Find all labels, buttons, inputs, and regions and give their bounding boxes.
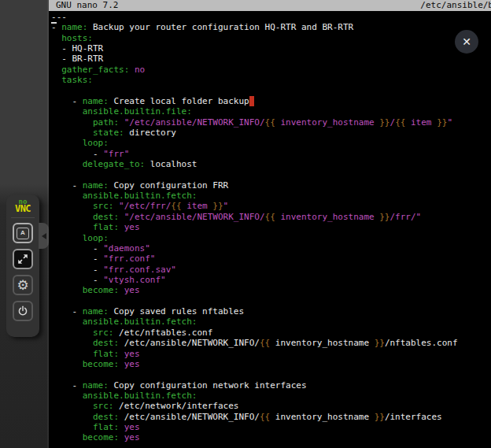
fullscreen-icon xyxy=(17,254,28,265)
code-line: - name: Copy configuration FRR xyxy=(51,180,458,191)
close-button[interactable]: ✕ xyxy=(455,30,478,54)
code-line: flat: yes xyxy=(51,349,458,359)
nano-filename-label: /etc/ansible/b xyxy=(420,0,491,11)
code-line: state: directory xyxy=(51,128,458,138)
code-line: - "frr.conf.sav" xyxy=(51,265,458,275)
terminal-window[interactable]: GNU nano 7.2 /etc/ansible/b ---- name: B… xyxy=(49,0,491,448)
code-line: ansible.builtin.fetch: xyxy=(51,191,458,201)
keyboard-button[interactable]: A xyxy=(13,223,33,243)
code-line: become: yes xyxy=(51,432,458,442)
code-line: delegate_to: localhost xyxy=(51,159,458,169)
collapse-arrow-icon xyxy=(42,233,46,239)
code-line: loop: xyxy=(51,233,458,243)
code-line: ansible.builtin.fetch: xyxy=(51,391,458,401)
settings-button[interactable]: ⚙ xyxy=(13,275,33,295)
code-line: dest: /etc/ansible/NETWORK_INFO/{{ inven… xyxy=(51,338,458,348)
power-icon xyxy=(17,305,28,317)
gear-icon: ⚙ xyxy=(17,279,28,292)
code-line: --- xyxy=(51,12,458,22)
control-bar-handle[interactable] xyxy=(39,223,49,249)
code-line: dest: /etc/ansible/NETWORK_INFO/{{ inven… xyxy=(51,412,458,422)
code-line: flat: yes xyxy=(51,222,458,232)
code-line: - "frr.conf" xyxy=(51,254,458,264)
code-line: ansible.builtin.file: xyxy=(51,106,458,117)
code-line: become: yes xyxy=(51,285,458,295)
power-button[interactable] xyxy=(13,301,33,321)
code-line: become: yes xyxy=(51,359,458,369)
code-line: ansible.builtin.fetch: xyxy=(51,317,458,327)
code-line: src: /etc/nftables.conf xyxy=(51,328,458,338)
code-line: - BR-RTR xyxy=(51,54,458,64)
code-line: hosts: xyxy=(51,33,458,43)
nano-version-label: GNU nano 7.2 xyxy=(56,0,118,11)
code-line: path: "/etc/ansible/NETWORK_INFO/{{ inve… xyxy=(51,117,458,128)
editor-content[interactable]: ---- name: Backup your router configurat… xyxy=(51,12,458,443)
sidebar-divider xyxy=(11,217,35,218)
code-line: gather_facts: no xyxy=(51,65,458,75)
code-line: tasks: xyxy=(51,75,458,85)
code-line xyxy=(51,296,458,306)
code-line xyxy=(51,86,458,96)
fullscreen-button[interactable] xyxy=(13,249,33,269)
code-line: - name: Create local folder backup xyxy=(51,96,458,106)
code-line: - "daemons" xyxy=(51,243,458,254)
code-line: loop: xyxy=(51,138,458,148)
code-line: - name: Copy configuration network inter… xyxy=(51,380,458,391)
code-line: src: "/etc/frr/{{ item }}" xyxy=(51,201,458,211)
code-line: - "vtysh.conf" xyxy=(51,275,458,285)
code-line xyxy=(51,369,458,380)
code-line: - "frr" xyxy=(51,149,458,159)
code-line: - name: Backup your router configuration… xyxy=(51,22,458,32)
novnc-page: no VNC A ⚙ xyxy=(0,0,491,448)
code-line xyxy=(51,169,458,180)
code-line: dest: "/etc/ansible/NETWORK_INFO/{{ inve… xyxy=(51,212,458,222)
code-line: - HQ-RTR xyxy=(51,43,458,54)
code-line: src: /etc/network/interfaces xyxy=(51,401,458,411)
close-icon: ✕ xyxy=(462,35,471,48)
code-line: flat: yes xyxy=(51,422,458,432)
nano-titlebar: GNU nano 7.2 /etc/ansible/b xyxy=(49,0,491,11)
novnc-control-bar: no VNC A ⚙ xyxy=(6,194,39,337)
keyboard-icon: A xyxy=(17,228,29,239)
novnc-logo: no VNC xyxy=(15,198,31,213)
novnc-logo-vnc: VNC xyxy=(15,205,31,213)
code-line: - name: Copy saved rules nftables xyxy=(51,306,458,317)
